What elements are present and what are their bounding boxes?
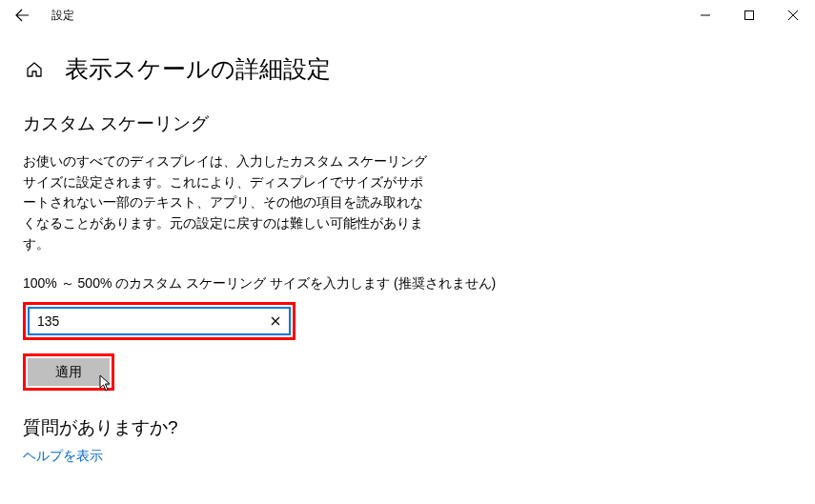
titlebar: 設定	[0, 0, 815, 30]
close-button[interactable]	[771, 0, 815, 30]
back-button[interactable]	[0, 0, 44, 30]
page-header: 表示スケールの詳細設定	[23, 53, 792, 85]
svg-rect-0	[745, 11, 754, 20]
help-link[interactable]: ヘルプを表示	[23, 448, 103, 463]
page-title: 表示スケールの詳細設定	[65, 53, 331, 85]
section-title: カスタム スケーリング	[23, 111, 792, 136]
scale-input-label: 100% ～ 500% のカスタム スケーリング サイズを入力します (推奨され…	[23, 275, 792, 292]
window-title: 設定	[44, 8, 74, 24]
minimize-icon	[701, 10, 710, 20]
help-heading: 質問がありますか?	[23, 415, 792, 440]
minimize-button[interactable]	[683, 0, 727, 30]
input-highlight-annotation	[23, 302, 295, 340]
content-area: 表示スケールの詳細設定 カスタム スケーリング お使いのすべてのディスプレイは、…	[0, 53, 815, 465]
close-icon	[788, 10, 798, 20]
maximize-icon	[744, 10, 754, 20]
clear-input-button[interactable]	[262, 309, 289, 333]
scale-input[interactable]	[30, 309, 262, 333]
window-controls	[683, 0, 815, 30]
section-description: お使いのすべてのディスプレイは、入力したカスタム スケーリング サイズに設定され…	[23, 151, 433, 254]
home-icon	[26, 61, 43, 78]
x-icon	[271, 316, 280, 326]
scale-input-container	[28, 307, 291, 335]
home-button[interactable]	[23, 58, 46, 81]
maximize-button[interactable]	[727, 0, 771, 30]
button-highlight-annotation: 適用	[23, 353, 114, 391]
back-arrow-icon	[14, 8, 30, 23]
apply-button[interactable]: 適用	[28, 358, 110, 386]
